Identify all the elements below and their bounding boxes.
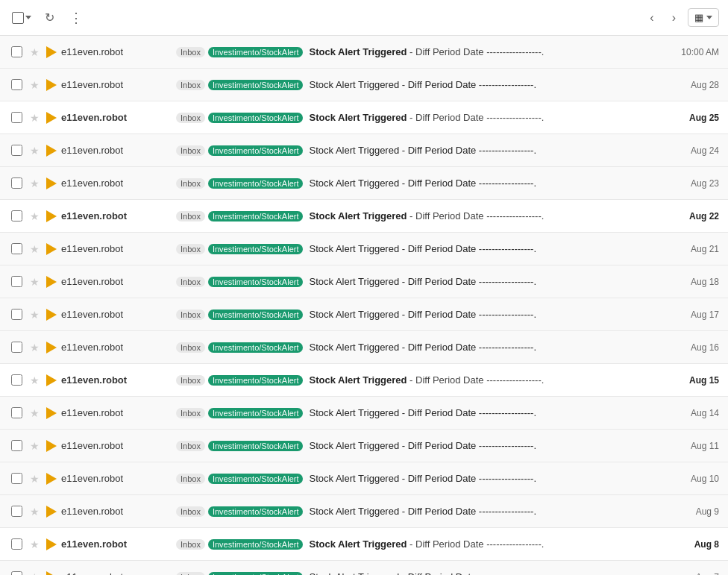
select-all-button[interactable] (9, 9, 34, 27)
row-checkbox (9, 177, 24, 189)
star-button[interactable]: ★ (27, 342, 42, 354)
email-checkbox[interactable] (11, 145, 22, 156)
table-row[interactable]: ★e11even.robotInboxInvestimento/StockAle… (0, 101, 728, 134)
star-button[interactable]: ★ (27, 46, 42, 58)
star-icon: ★ (30, 440, 40, 452)
table-row[interactable]: ★e11even.robotInboxInvestimento/StockAle… (0, 134, 728, 167)
important-marker (45, 342, 58, 354)
email-date: Aug 9 (674, 506, 719, 517)
table-row[interactable]: ★e11even.robotInboxInvestimento/StockAle… (0, 397, 728, 430)
table-row[interactable]: ★e11even.robotInboxInvestimento/StockAle… (0, 462, 728, 495)
email-sender: e11even.robot (61, 473, 173, 484)
star-button[interactable]: ★ (27, 571, 42, 576)
table-row[interactable]: ★e11even.robotInboxInvestimento/StockAle… (0, 36, 728, 69)
email-checkbox[interactable] (11, 473, 22, 484)
star-button[interactable]: ★ (27, 145, 42, 157)
email-date: Aug 23 (674, 178, 719, 189)
table-row[interactable]: ★e11even.robotInboxInvestimento/StockAle… (0, 364, 728, 397)
star-button[interactable]: ★ (27, 79, 42, 91)
subject-bold-part: Stock Alert Triggered (309, 538, 407, 550)
important-icon (46, 374, 57, 386)
email-checkbox[interactable] (11, 112, 22, 123)
row-checkbox (9, 473, 24, 484)
email-sender: e11even.robot (61, 177, 173, 189)
star-button[interactable]: ★ (27, 177, 42, 189)
email-checkbox[interactable] (11, 210, 22, 221)
star-button[interactable]: ★ (27, 374, 42, 386)
star-icon: ★ (30, 506, 40, 518)
star-button[interactable]: ★ (27, 243, 42, 255)
email-subject: Stock Alert Triggered - Diff Period Date… (306, 571, 671, 575)
star-button[interactable]: ★ (27, 538, 42, 550)
table-row[interactable]: ★e11even.robotInboxInvestimento/StockAle… (0, 430, 728, 462)
email-checkbox[interactable] (11, 538, 22, 550)
important-marker (45, 473, 58, 485)
table-row[interactable]: ★e11even.robotInboxInvestimento/StockAle… (0, 561, 728, 575)
star-button[interactable]: ★ (27, 473, 42, 485)
inbox-tag: Inbox (176, 539, 205, 550)
inbox-tag: Inbox (176, 277, 205, 287)
table-row[interactable]: ★e11even.robotInboxInvestimento/StockAle… (0, 298, 728, 331)
email-checkbox[interactable] (11, 440, 22, 451)
email-sender: e11even.robot (61, 79, 173, 90)
select-dropdown-icon (25, 16, 31, 19)
table-row[interactable]: ★e11even.robotInboxInvestimento/StockAle… (0, 528, 728, 561)
toolbar: ↻ ⋮ ‹ › ▦ (0, 0, 728, 36)
table-row[interactable]: ★e11even.robotInboxInvestimento/StockAle… (0, 233, 728, 265)
star-button[interactable]: ★ (27, 276, 42, 288)
star-button[interactable]: ★ (27, 506, 42, 518)
email-subject: Stock Alert Triggered - Diff Period Date… (306, 407, 671, 418)
inbox-tag: Inbox (176, 47, 205, 57)
email-date: Aug 14 (674, 408, 719, 418)
email-subject: Stock Alert Triggered - Diff Period Date… (306, 440, 671, 451)
refresh-button[interactable]: ↻ (40, 6, 59, 29)
table-row[interactable]: ★e11even.robotInboxInvestimento/StockAle… (0, 331, 728, 364)
subject-normal-part: - Diff Period Date -----------------. (407, 46, 544, 57)
email-checkbox[interactable] (11, 571, 22, 575)
star-button[interactable]: ★ (27, 112, 42, 124)
inbox-tag: Inbox (176, 113, 205, 123)
prev-page-button[interactable]: ‹ (644, 8, 659, 28)
star-button[interactable]: ★ (27, 407, 42, 419)
email-tags: InboxInvestimento/StockAlert (176, 441, 303, 451)
email-checkbox[interactable] (11, 407, 22, 418)
email-subject: Stock Alert Triggered - Diff Period Date… (306, 177, 671, 189)
table-row[interactable]: ★e11even.robotInboxInvestimento/StockAle… (0, 265, 728, 298)
email-checkbox[interactable] (11, 342, 22, 353)
row-checkbox (9, 112, 24, 123)
email-checkbox[interactable] (11, 243, 22, 254)
star-button[interactable]: ★ (27, 440, 42, 452)
table-row[interactable]: ★e11even.robotInboxInvestimento/StockAle… (0, 69, 728, 101)
important-icon (46, 276, 57, 288)
email-checkbox[interactable] (11, 374, 22, 386)
email-checkbox[interactable] (11, 46, 22, 57)
star-icon: ★ (30, 538, 40, 550)
email-checkbox[interactable] (11, 309, 22, 320)
important-icon (46, 506, 57, 518)
email-tags: InboxInvestimento/StockAlert (176, 474, 303, 484)
email-checkbox[interactable] (11, 276, 22, 287)
email-checkbox[interactable] (11, 177, 22, 189)
email-date: Aug 15 (674, 375, 719, 386)
stock-alert-tag: Investimento/StockAlert (208, 178, 304, 189)
star-icon: ★ (30, 473, 40, 485)
email-tags: InboxInvestimento/StockAlert (176, 277, 303, 287)
email-checkbox[interactable] (11, 506, 22, 517)
email-subject: Stock Alert Triggered - Diff Period Date… (306, 145, 671, 156)
email-subject: Stock Alert Triggered - Diff Period Date… (306, 276, 671, 287)
view-toggle-button[interactable]: ▦ (688, 8, 719, 27)
row-checkbox (9, 407, 24, 418)
star-button[interactable]: ★ (27, 210, 42, 222)
table-row[interactable]: ★e11even.robotInboxInvestimento/StockAle… (0, 200, 728, 233)
table-row[interactable]: ★e11even.robotInboxInvestimento/StockAle… (0, 167, 728, 200)
email-date: Aug 7 (674, 572, 719, 576)
email-checkbox[interactable] (11, 79, 22, 90)
star-button[interactable]: ★ (27, 309, 42, 321)
table-row[interactable]: ★e11even.robotInboxInvestimento/StockAle… (0, 495, 728, 528)
email-sender: e11even.robot (61, 210, 173, 221)
star-icon: ★ (30, 374, 40, 386)
row-checkbox (9, 342, 24, 353)
more-options-button[interactable]: ⋮ (65, 5, 88, 31)
next-page-button[interactable]: › (666, 8, 682, 28)
row-checkbox (9, 79, 24, 90)
